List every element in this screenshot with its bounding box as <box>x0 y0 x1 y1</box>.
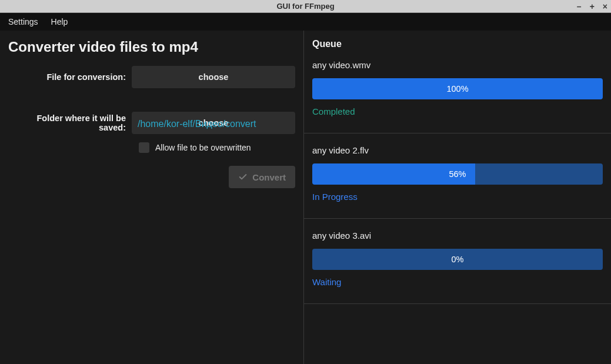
queue-item-filename: any video 3.avi <box>312 231 603 241</box>
progress-bar: 56% <box>312 163 603 185</box>
queue-item-status: In Progress <box>312 192 603 202</box>
close-button[interactable]: × <box>603 2 607 11</box>
queue-panel: Queue any video.wmv100%Completedany vide… <box>304 31 611 364</box>
queue-item: any video 3.avi0%Waiting <box>304 226 611 304</box>
menubar: Settings Help <box>0 13 611 31</box>
page-title: Converter video files to mp4 <box>8 39 295 55</box>
queue-item: any video 2.flv56%In Progress <box>304 141 611 219</box>
progress-bar: 100% <box>312 78 603 99</box>
queue-item: any video.wmv100%Completed <box>304 55 611 133</box>
save-folder-label: Folder where it will be saved: <box>8 113 132 132</box>
progress-bar: 0% <box>312 249 603 270</box>
convert-button-label: Convert <box>252 172 286 182</box>
progress-label: 100% <box>312 78 603 99</box>
progress-label: 56% <box>312 163 603 185</box>
queue-list: any video.wmv100%Completedany video 2.fl… <box>304 55 611 304</box>
file-for-conversion-label: File for conversion: <box>8 72 132 82</box>
queue-title: Queue <box>304 39 611 55</box>
minimize-button[interactable]: – <box>577 2 582 11</box>
menu-settings[interactable]: Settings <box>8 17 38 26</box>
window-title: GUI for FFmpeg <box>276 2 334 11</box>
menu-help[interactable]: Help <box>51 17 68 26</box>
overwrite-label: Allow file to be overwritten <box>155 143 251 152</box>
converter-panel: Converter video files to mp4 File for co… <box>0 31 304 364</box>
queue-item-status: Completed <box>312 106 603 116</box>
window-controls: – + × <box>577 0 607 12</box>
titlebar: GUI for FFmpeg – + × <box>0 0 611 13</box>
maximize-button[interactable]: + <box>590 2 595 11</box>
queue-item-filename: any video 2.flv <box>312 145 603 155</box>
progress-label: 0% <box>312 249 603 270</box>
convert-button[interactable]: Convert <box>229 166 295 188</box>
queue-item-status: Waiting <box>312 277 603 287</box>
choose-file-button[interactable]: choose <box>132 66 295 88</box>
overwrite-checkbox[interactable] <box>139 142 149 153</box>
check-icon <box>238 172 248 182</box>
queue-item-filename: any video.wmv <box>312 60 603 70</box>
